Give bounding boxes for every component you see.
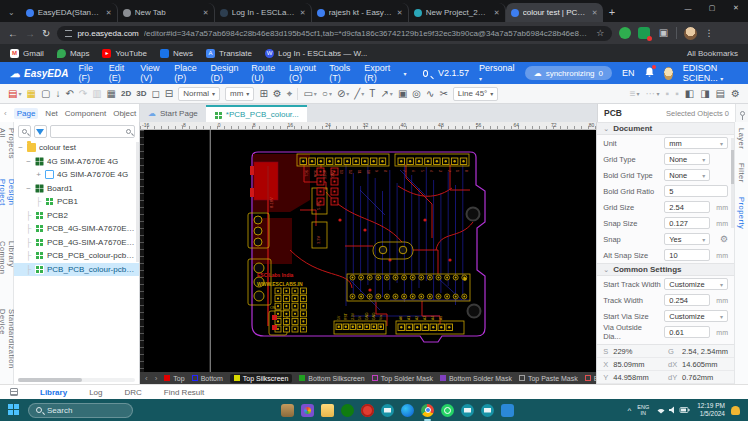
track-width-input[interactable]: 0.254 [664,294,710,306]
close-icon[interactable]: ✕ [494,9,500,17]
close-icon[interactable]: ✕ [300,9,306,17]
redo-button[interactable]: ↷ [79,88,87,99]
taskbar-search[interactable]: Search [28,403,133,418]
theme-button[interactable]: ▦ [26,88,35,99]
unit-dropdown[interactable]: mm▾ [225,87,254,101]
reload-icon[interactable]: ↻ [42,28,50,39]
browser-tab[interactable]: Log In - ESCLabs — Word ✕ [215,3,312,22]
expander-icon[interactable]: + [35,170,42,179]
tab-net[interactable]: Net [45,109,57,118]
layer-top[interactable]: Top [164,375,184,382]
browser-tab[interactable]: EasyEDA(Standard) - A Si ✕ [21,3,118,22]
alt-snap-size-input[interactable]: 10 [664,249,710,261]
language-button[interactable]: EN [622,68,635,78]
collapse-panel-icon[interactable]: ‹ [4,109,7,118]
unit-select[interactable]: mm▾ [664,137,728,149]
menu-design[interactable]: Design (D) [211,63,242,83]
chevron-down-icon[interactable]: ▾ [403,70,406,77]
expander-icon[interactable]: − [17,143,24,152]
close-icon[interactable]: ✕ [592,9,598,17]
tree-item-pcb-selected[interactable]: ├ PCB_PCB_colour-pcb_2024-0 [14,263,139,277]
table-button[interactable]: ▦ [107,88,116,99]
easyeda-logo[interactable]: ☁EasyEDA [10,68,68,79]
site-settings-icon[interactable] [65,30,72,37]
briefcase-icon[interactable] [281,404,294,417]
snap-settings-gear-icon[interactable]: ⚙ [720,234,728,244]
account-avatar[interactable] [664,67,673,80]
photos-icon[interactable] [301,404,314,417]
tree-item-board[interactable]: − Board1 [14,182,139,196]
address-bar[interactable]: pro.easyeda.com /editor#id=34a7a57ab6984… [57,26,612,41]
start-button[interactable] [8,404,20,416]
bookmark-youtube[interactable]: YouTube [102,49,146,58]
forward-icon[interactable]: → [25,28,35,39]
file-explorer-icon[interactable] [321,404,334,417]
tab-drc[interactable]: DRC [124,388,141,397]
browser-tab[interactable]: New Tab ✕ [118,3,215,22]
sync-status-pill[interactable]: ☁ synchronizing 0 [525,66,612,80]
save-button[interactable]: ⊞ [259,88,267,99]
menu-place[interactable]: Place (P) [174,63,200,83]
rail-property[interactable]: Property [737,197,746,229]
extensions-icon[interactable]: ▣ [657,27,669,39]
rail-filter[interactable]: Filter [737,163,746,183]
tab-find-result[interactable]: Find Result [164,388,204,397]
new-tab-button[interactable]: + [609,6,615,18]
bookmark-gmail[interactable]: MGmail [10,49,44,58]
tree-item-pcb[interactable]: ├ PCB1 [14,195,139,209]
mail-icon-2[interactable] [461,404,474,417]
search-icon[interactable] [423,70,429,77]
expander-icon[interactable]: − [25,184,32,193]
origin-button[interactable]: ⌖ [287,88,293,100]
tree-item-board[interactable]: − 4G SIM-A7670E 4G [14,155,139,169]
menu-edit[interactable]: Edit (E) [109,63,130,83]
layer-bottom-solder-mask[interactable]: Bottom Solder Mask [440,375,512,382]
inspector-scrollbar[interactable] [731,138,734,228]
layer-scroll-right-icon[interactable]: › [155,374,158,383]
filter-funnel-icon[interactable] [34,125,47,138]
browser-tab[interactable]: rajesh kt - EasyEDA open ✕ [312,3,409,22]
bookmark-translate[interactable]: ATranslate [206,49,252,58]
tree-item-schematic[interactable]: + 4G SIM-A7670E 4G [14,168,139,182]
bookmark-esclabs[interactable]: WLog In - ESCLabs — W... [265,49,367,58]
align-dropdown[interactable]: ≡▾ [630,88,640,99]
xbox-icon[interactable] [341,404,354,417]
edge-icon[interactable] [401,404,414,417]
account-menu[interactable]: EDISON SCIEN... ▾ [683,63,738,83]
menu-file[interactable]: File (F) [78,63,98,83]
layer-bottom[interactable]: Bottom [192,375,223,382]
pad-tool[interactable]: ◎ [412,88,421,99]
line-tool[interactable]: ╱▾ [354,88,364,99]
keepout-tool[interactable]: ⊘▾ [337,88,349,99]
tree-item-pcb[interactable]: ├ PCB_4G-SIM-A7670E-4G_202 [14,236,139,250]
whatsapp-icon[interactable] [441,404,454,417]
menu-view[interactable]: View (V) [140,63,164,83]
back-icon[interactable]: ← [8,28,18,39]
browser-tab-active[interactable]: colour test | PCB_PCB_co ✕ [506,3,603,22]
tree-item-pcb[interactable]: ├ PCB_PCB_colour-pcb_2024-0 [14,249,139,263]
new-document-button[interactable]: ▢ [41,88,50,99]
maximize-button[interactable]: ▢ [700,0,724,16]
snap-size-input[interactable]: 0.127 [664,217,710,229]
notifications-bell-icon[interactable] [645,67,654,79]
rail-layer[interactable]: Layer [737,128,746,149]
doc-tab-pcb[interactable]: *PCB_PCB_colour... [206,105,307,122]
grid-type-select[interactable]: None▾ [664,153,710,165]
mail-icon-3[interactable] [481,404,494,417]
browser-tab[interactable]: New Project_2024-04-04 ✕ [409,3,506,22]
rect-tool[interactable]: ▭▾ [303,88,316,99]
search-icon[interactable] [18,125,31,138]
tab-object[interactable]: Object [113,109,136,118]
pin-icon[interactable] [740,111,745,116]
unlock-button[interactable]: ▪ [675,88,679,99]
tab-library[interactable]: Library [40,388,67,397]
notification-bell-icon[interactable] [731,406,740,415]
image-tool[interactable]: ▣ [398,88,407,99]
via-outside-dia-input[interactable]: 0.61 [664,326,710,338]
taskbar-clock[interactable]: 12:19 PM1/5/2024 [697,402,725,418]
layer-top-paste-mask[interactable]: Top Paste Mask [519,375,578,382]
bold-grid-type-select[interactable]: None▾ [664,169,710,181]
tree-item-pcb[interactable]: ├ PCB2 [14,209,139,223]
print-button[interactable]: ⊟ [165,88,173,99]
browser-menu-icon[interactable]: ⋮ [704,28,713,38]
